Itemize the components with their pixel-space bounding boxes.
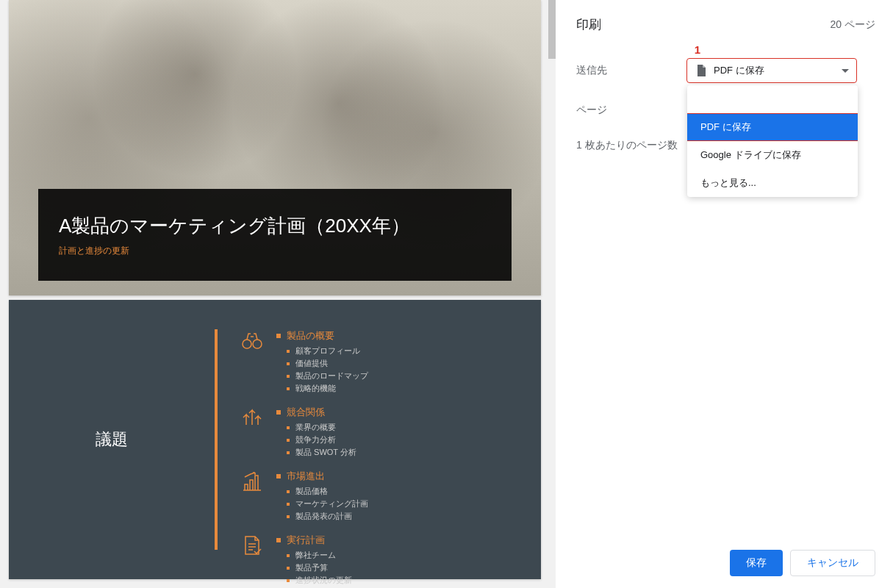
agenda-sub: 製品のロードマップ xyxy=(295,370,368,381)
agenda-sub: 価値提供 xyxy=(295,358,328,369)
pages-label: ページ xyxy=(576,104,686,117)
destination-option-drive[interactable]: Google ドライブに保存 xyxy=(687,141,858,169)
agenda-sub: 製品予算 xyxy=(295,562,328,573)
agenda-sub: 競争力分析 xyxy=(295,434,336,445)
agenda-head: 市場進出 xyxy=(287,470,325,483)
sidebar-header: 印刷 20 ページ xyxy=(576,16,875,33)
agenda-sub: 弊社チーム xyxy=(295,550,336,561)
arrows-up-icon xyxy=(238,406,266,434)
destination-selected-text: PDF に保存 xyxy=(714,64,842,77)
agenda-sub: 製品 SWOT 分析 xyxy=(295,447,356,458)
preview-slide-1: A製品のマーケティング計画（20XX年） 計画と進捗の更新 xyxy=(9,0,541,295)
svg-point-1 xyxy=(253,340,262,348)
print-title: 印刷 xyxy=(576,16,601,33)
agenda-section: 市場進出 製品価格 マーケティング計画 製品発表の計画 xyxy=(238,470,526,523)
document-check-icon xyxy=(238,534,266,562)
slide1-title: A製品のマーケティング計画（20XX年） xyxy=(59,213,491,239)
save-button[interactable]: 保存 xyxy=(730,550,783,576)
slide1-subtitle: 計画と進捗の更新 xyxy=(59,245,491,257)
slide2-left-column: 議題 xyxy=(9,300,215,579)
agenda-sub: 製品発表の計画 xyxy=(295,511,352,522)
agenda-section: 競合関係 業界の概要 競争力分析 製品 SWOT 分析 xyxy=(238,406,526,459)
preview-slide-2: 議題 製品の概要 顧客プロフィール 価値提供 製品のロードマップ 戦略的機能 xyxy=(9,300,541,579)
agenda-sub: 顧客プロフィール xyxy=(295,345,360,356)
pages-per-sheet-label: 1 枚あたりのページ数 xyxy=(576,137,686,153)
agenda-sub: 進捗状況の更新 xyxy=(295,575,352,586)
agenda-head: 実行計画 xyxy=(287,534,325,547)
annotation-1: 1 xyxy=(695,43,700,56)
svg-point-0 xyxy=(243,340,251,348)
destination-option-pdf[interactable]: PDF に保存 xyxy=(687,113,858,141)
pdf-file-icon xyxy=(695,64,708,77)
agenda-sub: 製品価格 xyxy=(295,486,328,497)
print-settings-sidebar: 印刷 20 ページ 送信先 1 2 PDF に保存 PDF に保存 Google… xyxy=(556,0,893,588)
bar-chart-icon xyxy=(238,470,266,498)
slide2-divider xyxy=(215,329,218,550)
preview-scrollbar[interactable] xyxy=(548,0,556,588)
preview-scrollbar-thumb[interactable] xyxy=(548,0,556,59)
agenda-sub: マーケティング計画 xyxy=(295,498,368,509)
agenda-sub: 戦略的機能 xyxy=(295,383,336,394)
print-preview-pane: A製品のマーケティング計画（20XX年） 計画と進捗の更新 議題 製品の概要 顧… xyxy=(0,0,556,588)
destination-option-more[interactable]: もっと見る... xyxy=(687,169,858,197)
agenda-head: 競合関係 xyxy=(287,406,325,419)
agenda-sub: 業界の概要 xyxy=(295,422,336,433)
destination-row: 送信先 1 2 PDF に保存 PDF に保存 Google ドライブに保存 も… xyxy=(576,58,875,83)
agenda-section: 製品の概要 顧客プロフィール 価値提供 製品のロードマップ 戦略的機能 xyxy=(238,329,526,395)
dialog-footer: 保存 キャンセル xyxy=(730,550,875,576)
destination-label: 送信先 xyxy=(576,64,686,77)
agenda-section: 実行計画 弊社チーム 製品予算 進捗状況の更新 次へ xyxy=(238,534,526,588)
destination-dropdown[interactable]: PDF に保存 PDF に保存 Google ドライブに保存 もっと見る... xyxy=(686,58,857,83)
slide2-agenda-title: 議題 xyxy=(96,429,128,451)
slide2-right-column: 製品の概要 顧客プロフィール 価値提供 製品のロードマップ 戦略的機能 競合関係… xyxy=(223,300,541,579)
slide1-title-overlay: A製品のマーケティング計画（20XX年） 計画と進捗の更新 xyxy=(38,189,512,281)
page-count: 20 ページ xyxy=(831,18,875,32)
agenda-head: 製品の概要 xyxy=(287,329,334,343)
chevron-down-icon xyxy=(842,69,849,73)
destination-option-printer[interactable] xyxy=(687,85,858,113)
binoculars-icon xyxy=(238,329,266,357)
cancel-button[interactable]: キャンセル xyxy=(790,550,875,576)
destination-dropdown-menu: PDF に保存 Google ドライブに保存 もっと見る... xyxy=(687,85,858,197)
